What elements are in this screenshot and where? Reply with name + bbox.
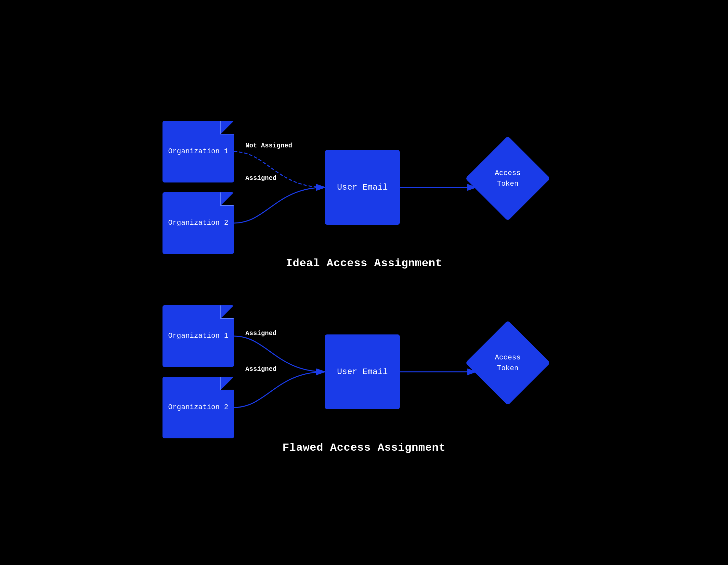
flawed-title: Flawed Access Assignment — [282, 442, 446, 454]
ideal-org2-label: Organization 2 — [165, 218, 232, 228]
flawed-assigned-label-2: Assigned — [245, 365, 277, 373]
flawed-user-email-label: User Email — [337, 367, 388, 377]
flawed-org2-node: Organization 2 — [163, 377, 234, 438]
flawed-access-token-node: AccessToken — [465, 320, 551, 405]
main-container: Organization 1 Organization 2 User Email… — [0, 0, 728, 565]
flawed-access-token-label: AccessToken — [495, 352, 521, 374]
ideal-user-email-label: User Email — [337, 183, 388, 192]
ideal-access-token-node: AccessToken — [465, 136, 551, 221]
flawed-org2-label: Organization 2 — [165, 403, 232, 413]
assigned-label: Assigned — [245, 174, 277, 182]
not-assigned-label: Not Assigned — [245, 142, 292, 149]
ideal-org2-node: Organization 2 — [163, 192, 234, 254]
flawed-user-email-node: User Email — [325, 334, 400, 409]
ideal-user-email-node: User Email — [325, 150, 400, 225]
ideal-title: Ideal Access Assignment — [286, 257, 442, 270]
flawed-org1-node: Organization 1 — [163, 305, 234, 367]
ideal-diagram-wrapper: Organization 1 Organization 2 User Email… — [137, 111, 591, 248]
flawed-section: Organization 1 Organization 2 User Email… — [137, 295, 591, 454]
ideal-org1-label: Organization 1 — [165, 147, 232, 157]
ideal-org1-node: Organization 1 — [163, 121, 234, 183]
flawed-diagram-wrapper: Organization 1 Organization 2 User Email… — [137, 295, 591, 432]
ideal-section: Organization 1 Organization 2 User Email… — [137, 111, 591, 270]
flawed-assigned-label-1: Assigned — [245, 329, 277, 337]
ideal-access-token-label: AccessToken — [495, 168, 521, 189]
flawed-org1-label: Organization 1 — [165, 331, 232, 341]
